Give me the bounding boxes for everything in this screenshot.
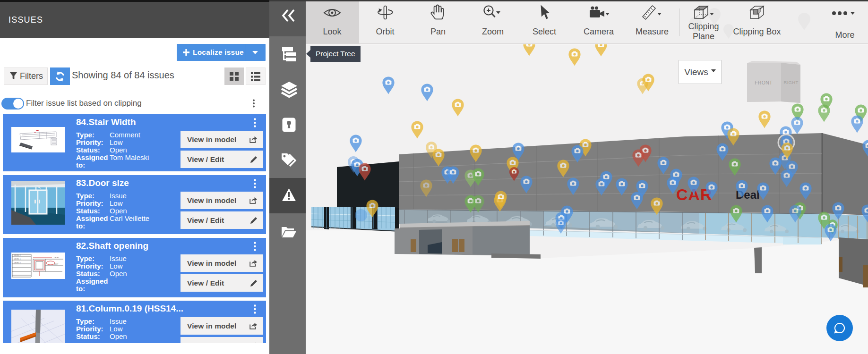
svg-text:RIGHT: RIGHT	[783, 80, 798, 85]
svg-text:LEVEL 2: LEVEL 2	[14, 254, 21, 256]
svg-text:DETAIL: DETAIL	[54, 257, 60, 259]
svg-text:LEVEL 0: LEVEL 0	[14, 262, 21, 264]
svg-text:LEVEL 1: LEVEL 1	[14, 258, 21, 260]
svg-text:FRONT: FRONT	[755, 80, 773, 85]
svg-text:SECT: SECT	[54, 263, 59, 265]
